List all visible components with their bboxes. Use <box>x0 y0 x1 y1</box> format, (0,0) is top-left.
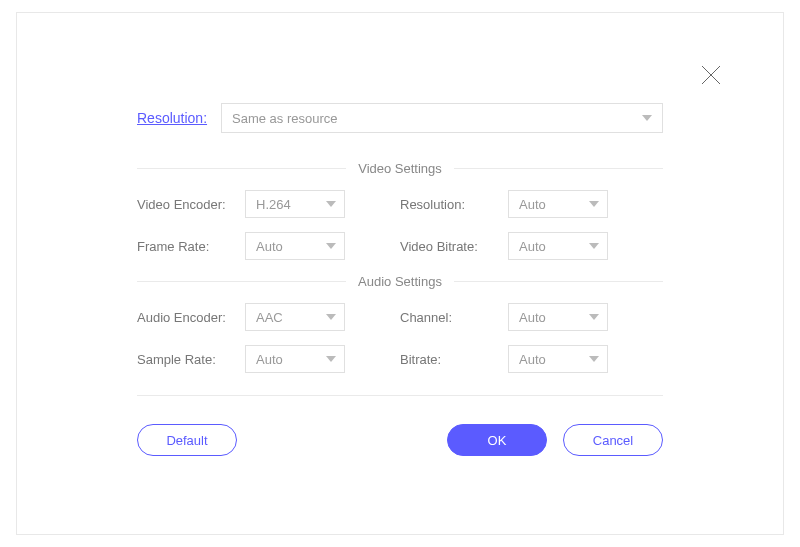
chevron-down-icon <box>326 197 336 212</box>
video-bitrate-value: Auto <box>519 239 546 254</box>
svg-marker-10 <box>589 356 599 362</box>
audio-bitrate-field: Bitrate: Auto <box>400 345 663 373</box>
chevron-down-icon <box>326 310 336 325</box>
audio-encoder-label: Audio Encoder: <box>137 310 245 325</box>
samplerate-field: Sample Rate: Auto <box>137 345 400 373</box>
samplerate-label: Sample Rate: <box>137 352 245 367</box>
chevron-down-icon <box>589 310 599 325</box>
samplerate-select[interactable]: Auto <box>245 345 345 373</box>
svg-marker-5 <box>326 243 336 249</box>
channel-select[interactable]: Auto <box>508 303 608 331</box>
framerate-label: Frame Rate: <box>137 239 245 254</box>
dialog-content: Resolution: Same as resource Video Setti… <box>17 13 783 496</box>
chevron-down-icon <box>589 197 599 212</box>
audio-encoder-select[interactable]: AAC <box>245 303 345 331</box>
resolution-main-value: Same as resource <box>232 111 338 126</box>
divider-line <box>454 168 663 169</box>
framerate-select[interactable]: Auto <box>245 232 345 260</box>
resolution-main-label: Resolution: <box>137 110 207 126</box>
video-settings-section: Video Settings Video Encoder: H.264 Reso… <box>137 161 663 260</box>
chevron-down-icon <box>589 239 599 254</box>
button-row: Default OK Cancel <box>137 424 663 456</box>
video-resolution-select[interactable]: Auto <box>508 190 608 218</box>
channel-field: Channel: Auto <box>400 303 663 331</box>
audio-row-1: Audio Encoder: AAC Channel: Auto <box>137 303 663 331</box>
channel-label: Channel: <box>400 310 508 325</box>
video-section-header: Video Settings <box>137 161 663 176</box>
svg-marker-9 <box>326 356 336 362</box>
audio-bitrate-select[interactable]: Auto <box>508 345 608 373</box>
audio-bitrate-label: Bitrate: <box>400 352 508 367</box>
close-button[interactable] <box>699 63 723 87</box>
audio-section-header: Audio Settings <box>137 274 663 289</box>
ok-button[interactable]: OK <box>447 424 547 456</box>
framerate-value: Auto <box>256 239 283 254</box>
settings-dialog: Resolution: Same as resource Video Setti… <box>16 12 784 535</box>
samplerate-value: Auto <box>256 352 283 367</box>
svg-marker-7 <box>326 314 336 320</box>
divider-line <box>137 168 346 169</box>
video-resolution-label: Resolution: <box>400 197 508 212</box>
audio-encoder-field: Audio Encoder: AAC <box>137 303 400 331</box>
video-encoder-field: Video Encoder: H.264 <box>137 190 400 218</box>
svg-marker-2 <box>642 115 652 121</box>
svg-marker-4 <box>589 201 599 207</box>
video-resolution-field: Resolution: Auto <box>400 190 663 218</box>
bottom-divider <box>137 395 663 396</box>
divider-line <box>137 281 346 282</box>
audio-settings-section: Audio Settings Audio Encoder: AAC Channe… <box>137 274 663 373</box>
audio-bitrate-value: Auto <box>519 352 546 367</box>
default-button[interactable]: Default <box>137 424 237 456</box>
svg-marker-8 <box>589 314 599 320</box>
svg-marker-6 <box>589 243 599 249</box>
video-bitrate-select[interactable]: Auto <box>508 232 608 260</box>
audio-row-2: Sample Rate: Auto Bitrate: Auto <box>137 345 663 373</box>
divider-line <box>454 281 663 282</box>
chevron-down-icon <box>589 352 599 367</box>
close-icon <box>699 63 723 87</box>
framerate-field: Frame Rate: Auto <box>137 232 400 260</box>
svg-marker-3 <box>326 201 336 207</box>
video-row-1: Video Encoder: H.264 Resolution: Auto <box>137 190 663 218</box>
channel-value: Auto <box>519 310 546 325</box>
video-resolution-value: Auto <box>519 197 546 212</box>
top-resolution-row: Resolution: Same as resource <box>137 103 663 133</box>
video-encoder-label: Video Encoder: <box>137 197 245 212</box>
resolution-main-select[interactable]: Same as resource <box>221 103 663 133</box>
chevron-down-icon <box>326 352 336 367</box>
video-bitrate-field: Video Bitrate: Auto <box>400 232 663 260</box>
video-bitrate-label: Video Bitrate: <box>400 239 508 254</box>
video-encoder-value: H.264 <box>256 197 291 212</box>
chevron-down-icon <box>642 111 652 126</box>
video-row-2: Frame Rate: Auto Video Bitrate: Auto <box>137 232 663 260</box>
audio-section-title: Audio Settings <box>346 274 454 289</box>
video-encoder-select[interactable]: H.264 <box>245 190 345 218</box>
video-section-title: Video Settings <box>346 161 454 176</box>
audio-encoder-value: AAC <box>256 310 283 325</box>
chevron-down-icon <box>326 239 336 254</box>
cancel-button[interactable]: Cancel <box>563 424 663 456</box>
